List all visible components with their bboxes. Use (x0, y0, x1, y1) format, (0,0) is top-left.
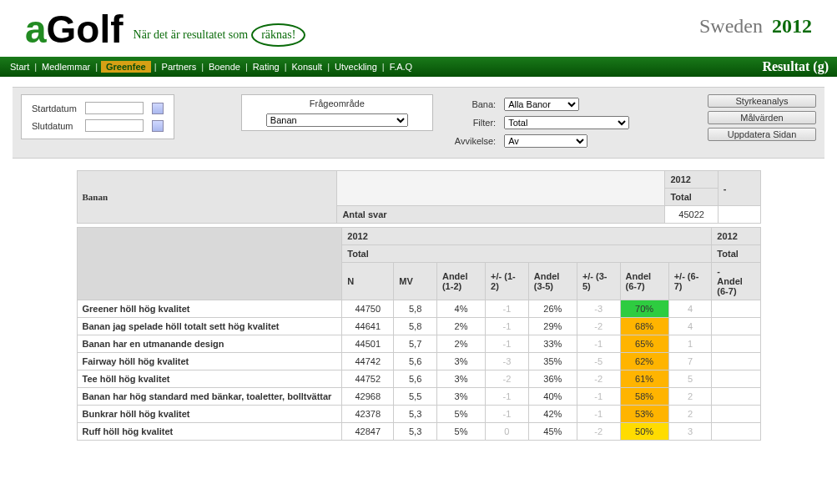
row-label: Bunkrar höll hög kvalitet (77, 406, 342, 423)
nav-start[interactable]: Start (8, 62, 31, 72)
cell-p35: -2 (577, 370, 620, 388)
bana-select[interactable]: Alla Banor (504, 98, 579, 111)
h-p35: +/- (3-5) (577, 263, 620, 300)
nav-boende[interactable]: Boende (207, 62, 242, 72)
cell-mv: 5,5 (394, 388, 437, 406)
table-row: Fairway höll hög kvalitet447425,63%-335%… (77, 353, 760, 370)
cell-mv: 5,6 (394, 370, 437, 388)
cell-p35: -2 (577, 423, 620, 441)
enddate-input[interactable] (85, 119, 144, 132)
table-row: Banan har en utmanande design445015,72%-… (77, 335, 760, 353)
h-n: N (342, 263, 394, 300)
cell-mv: 5,6 (394, 353, 437, 370)
avvikelse-label: Avvikelse: (451, 133, 499, 149)
cell-a35: 35% (528, 353, 577, 370)
uppdatera-button[interactable]: Uppdatera Sidan (708, 128, 816, 141)
calendar-icon[interactable] (152, 120, 164, 132)
nav-sep: | (34, 62, 37, 72)
col-year-b: 2012 (712, 228, 760, 245)
nav-faq[interactable]: F.A.Q (388, 62, 415, 72)
cell-a67b (712, 335, 760, 353)
malvarden-button[interactable]: Målvärden (708, 111, 816, 124)
cell-a67: 70% (620, 300, 668, 318)
filter-label: Filter: (451, 114, 499, 131)
cell-p35: -1 (577, 335, 620, 353)
h-dash: - (717, 266, 754, 276)
summary-total: Total (665, 189, 718, 206)
area-title: Frågeområde (247, 98, 427, 108)
cell-p12: -1 (486, 318, 529, 335)
cell-p35: -3 (577, 300, 620, 318)
filter-bar: Startdatum Slutdatum Frågeområde Banan B… (13, 87, 824, 159)
row-label: Banan har en utmanande design (77, 335, 342, 353)
nav-medlemmar[interactable]: Medlemmar (40, 62, 92, 72)
antal-svar-label: Antal svar (337, 206, 665, 224)
h-a67: Andel (6-7) (620, 263, 668, 300)
cell-a67: 50% (620, 423, 668, 441)
table-row: Tee höll hög kvalitet447525,63%-236%-261… (77, 370, 760, 388)
cell-a12: 3% (436, 370, 485, 388)
cell-mv: 5,7 (394, 335, 437, 353)
startdate-input[interactable] (85, 102, 144, 114)
nav-partners[interactable]: Partners (160, 62, 199, 72)
nav-utveckling[interactable]: Utveckling (333, 62, 379, 72)
nav-greenfee[interactable]: Greenfee (101, 61, 151, 73)
nav-konsult[interactable]: Konsult (290, 62, 324, 72)
logo-a: a (25, 7, 47, 52)
nav-sep: | (285, 62, 287, 72)
table-row: Greener höll hög kvalitet447505,84%-126%… (77, 300, 760, 318)
h-a35: Andel (3-5) (528, 263, 577, 300)
col-year: 2012 (342, 228, 712, 245)
tagline-circle: räknas! (251, 23, 305, 47)
cell-n: 42847 (342, 423, 394, 441)
nav-sep: | (327, 62, 330, 72)
navbar: Start | Medlemmar | Greenfee | Partners … (0, 57, 837, 77)
cell-a67: 53% (620, 406, 668, 423)
row-label: Greener höll hög kvalitet (77, 300, 342, 318)
row-label: Tee höll hög kvalitet (77, 370, 342, 388)
cell-n: 44742 (342, 353, 394, 370)
row-label: Banan har hög standard med bänkar, toale… (77, 388, 342, 406)
summary-year: 2012 (665, 171, 718, 189)
h-a12: Andel (1-2) (436, 263, 485, 300)
nav-result: Resultat (g) (762, 59, 829, 74)
cell-p12: 0 (486, 423, 529, 441)
h-mv: MV (394, 263, 437, 300)
cell-n: 44641 (342, 318, 394, 335)
cell-a12: 2% (436, 335, 485, 353)
styrkeanalys-button[interactable]: Styrkeanalys (708, 94, 816, 108)
cell-a12: 3% (436, 353, 485, 370)
data-table: 2012 2012 Total Total N MV Andel (1-2) +… (77, 227, 761, 441)
cell-a67b (712, 406, 760, 423)
summary-spacer (337, 171, 665, 206)
cell-a67: 58% (620, 388, 668, 406)
cell-a35: 42% (528, 406, 577, 423)
tagline: När det är resultatet som räknas! (134, 23, 306, 47)
h-p67: +/- (6-7) (668, 263, 712, 300)
antal-svar-blank (718, 206, 760, 224)
logo-golf: Golf (47, 7, 124, 52)
table-row: Bunkrar höll hög kvalitet423785,35%-142%… (77, 406, 760, 423)
h-p12: +/- (1-2) (486, 263, 529, 300)
avvikelse-select[interactable]: Av (504, 134, 587, 148)
cell-mv: 5,3 (394, 406, 437, 423)
cell-p12: -1 (486, 406, 529, 423)
nav-sep: | (382, 62, 385, 72)
cell-a12: 2% (436, 318, 485, 335)
logo: a Golf (25, 7, 124, 52)
mid-filters: Bana: Alla Banor Filter: Total Avvikelse… (450, 94, 634, 151)
calendar-icon[interactable] (152, 103, 164, 114)
cell-a67: 62% (620, 353, 668, 370)
cell-p35: -1 (577, 388, 620, 406)
filter-select[interactable]: Total (504, 116, 629, 129)
table-row: Banan jag spelade höll totalt sett hög k… (77, 318, 760, 335)
cell-a67b (712, 370, 760, 388)
tagline-pre: När det är resultatet som (134, 28, 249, 42)
nav-rating[interactable]: Rating (251, 62, 281, 72)
col-total: Total (342, 245, 712, 263)
h-a67b: Andel (6-7) (717, 276, 754, 296)
header-right: Sweden 2012 (699, 15, 812, 38)
area-select[interactable]: Banan (266, 113, 408, 127)
cell-a35: 33% (528, 335, 577, 353)
cell-a35: 26% (528, 300, 577, 318)
